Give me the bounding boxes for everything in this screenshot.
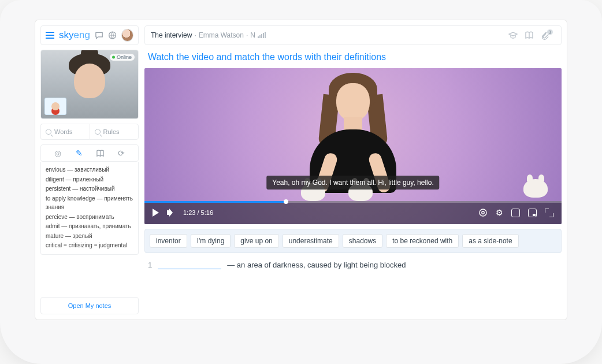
attachment-icon[interactable]: 3 [541,31,555,40]
vocab-item[interactable]: diligent — прилежный [46,175,133,184]
lesson-title: The interview [151,31,192,39]
chat-icon[interactable] [95,31,103,40]
menu-icon[interactable] [46,32,54,39]
vocab-list: envious — завистливый diligent — прилежн… [40,162,139,255]
vocab-toolbar: ◎ ✎ ⟳ [40,144,139,162]
app-screen: skyeng Online Words Rules ◎ ✎ ⟳ [35,20,567,320]
word-chip[interactable]: I'm dying [191,234,231,248]
word-bank: inventor I'm dying give up on underestim… [144,229,562,253]
search-icon [95,129,101,135]
book-open-icon[interactable] [525,31,534,40]
vocab-item[interactable]: critical = critisizing = judgmental [46,241,133,250]
vocab-item[interactable]: envious — завистливый [46,165,133,174]
settings-icon[interactable] [496,209,503,217]
match-definition: — an area of darkness, caused by light b… [227,261,406,269]
globe-icon[interactable] [108,31,117,40]
tab-rules[interactable]: Rules [90,124,139,140]
video-time: 1:23 / 5:16 [183,209,213,216]
match-number: 1 [148,261,152,269]
vocab-item[interactable]: to apply knowledge — применять знания [46,194,133,212]
drop-target[interactable] [158,260,221,269]
video-call-panel[interactable]: Online [40,50,139,119]
word-chip[interactable]: shadows [343,234,382,248]
svg-point-2 [482,211,484,214]
vocab-item[interactable]: mature — зрелый [46,232,133,241]
target-icon[interactable]: ◎ [53,148,62,158]
word-chip[interactable]: inventor [150,234,187,248]
kitten-illustration [523,179,548,198]
vocab-item[interactable]: percieve — воспринимать [46,213,133,222]
volume-icon[interactable] [167,209,175,217]
word-chip[interactable]: to be reckoned with [386,234,459,248]
word-chip[interactable]: give up on [234,234,278,248]
refresh-icon[interactable]: ⟳ [117,148,126,158]
user-avatar[interactable] [121,29,133,42]
sidebar: skyeng Online Words Rules ◎ ✎ ⟳ [40,25,139,314]
laptop-frame: skyeng Online Words Rules ◎ ✎ ⟳ [0,0,602,364]
fullscreen-icon[interactable] [545,209,553,217]
tab-words-label: Words [54,128,73,135]
tutor-video [74,64,105,98]
tab-rules-label: Rules [103,128,120,135]
vocab-item[interactable]: persistent — настойчивый [46,184,133,194]
task-title: Watch the video and match the words with… [144,50,562,64]
caption-icon[interactable] [511,209,520,217]
online-status-badge: Online [110,54,135,61]
self-video-thumbnail[interactable] [44,98,66,115]
pip-icon[interactable] [528,209,537,217]
attachment-count: 3 [547,29,553,35]
brand-thin: eng [74,29,90,40]
open-notes-button[interactable]: Open My notes [40,297,139,314]
signal-icon [258,32,266,38]
search-icon [46,129,51,135]
video-progress-bar[interactable] [144,201,562,203]
video-player[interactable]: Yeah, oh my God. I want them all. Hi, li… [144,68,562,224]
brand-logo[interactable]: skyeng [59,29,90,41]
vocab-tabs: Words Rules [40,124,139,140]
match-row: 1 — an area of darkness, caused by light… [144,258,562,272]
brand-strong: sky [59,29,74,40]
highlighter-icon[interactable]: ✎ [75,148,84,158]
lesson-header: The interview · Emma Watson · N 3 [144,25,562,45]
video-controls: 1:23 / 5:16 [144,201,562,224]
book-icon[interactable] [95,148,105,158]
loop-icon[interactable] [478,208,488,217]
lesson-subtitle: Emma Watson [199,31,244,39]
sidebar-topbar: skyeng [40,25,139,45]
word-chip[interactable]: underestimate [283,234,339,248]
svg-point-1 [480,209,486,216]
tab-words[interactable]: Words [40,124,90,140]
lesson-level: N [250,31,255,39]
play-button[interactable] [153,209,159,217]
vocab-item[interactable]: admit — признавать, принимать [46,222,133,231]
word-chip[interactable]: as a side-note [462,234,518,248]
graduation-icon[interactable] [508,31,518,40]
video-caption: Yeah, oh my God. I want them all. Hi, li… [266,176,439,190]
main-content: The interview · Emma Watson · N 3 Watch … [144,25,562,314]
